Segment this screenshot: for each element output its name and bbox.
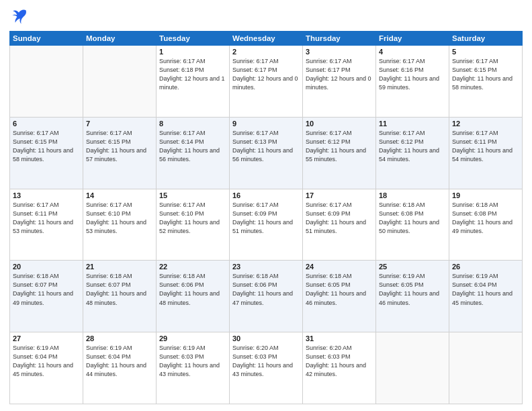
col-header-saturday: Saturday: [449, 32, 523, 46]
logo-bird-icon: [9, 7, 28, 26]
day-cell: 8Sunrise: 6:17 AMSunset: 6:14 PMDaylight…: [157, 117, 230, 189]
day-cell: 14Sunrise: 6:17 AMSunset: 6:10 PMDayligh…: [83, 189, 157, 261]
day-detail: Sunrise: 6:18 AMSunset: 6:07 PMDaylight:…: [86, 272, 153, 307]
col-header-monday: Monday: [83, 32, 157, 46]
day-detail: Sunrise: 6:20 AMSunset: 6:03 PMDaylight:…: [232, 344, 300, 379]
day-number: 7: [86, 120, 153, 128]
day-number: 22: [159, 263, 226, 271]
day-detail: Sunrise: 6:17 AMSunset: 6:13 PMDaylight:…: [232, 129, 300, 164]
page: SundayMondayTuesdayWednesdayThursdayFrid…: [0, 0, 532, 411]
day-number: 11: [379, 120, 446, 128]
day-detail: Sunrise: 6:19 AMSunset: 6:04 PMDaylight:…: [452, 272, 519, 307]
day-cell: 31Sunrise: 6:20 AMSunset: 6:03 PMDayligh…: [303, 332, 376, 404]
day-detail: Sunrise: 6:20 AMSunset: 6:03 PMDaylight:…: [306, 344, 373, 379]
day-number: 21: [86, 263, 153, 271]
day-cell: 12Sunrise: 6:17 AMSunset: 6:11 PMDayligh…: [449, 117, 523, 189]
day-number: 20: [13, 263, 80, 271]
day-cell: 21Sunrise: 6:18 AMSunset: 6:07 PMDayligh…: [83, 261, 157, 332]
day-number: 18: [379, 191, 446, 199]
day-detail: Sunrise: 6:17 AMSunset: 6:15 PMDaylight:…: [13, 129, 80, 164]
day-cell: 24Sunrise: 6:18 AMSunset: 6:05 PMDayligh…: [303, 261, 376, 332]
day-detail: Sunrise: 6:19 AMSunset: 6:04 PMDaylight:…: [13, 344, 80, 379]
week-row: 20Sunrise: 6:18 AMSunset: 6:07 PMDayligh…: [10, 261, 523, 332]
week-row: 13Sunrise: 6:17 AMSunset: 6:11 PMDayligh…: [10, 189, 523, 261]
day-cell: 17Sunrise: 6:17 AMSunset: 6:09 PMDayligh…: [303, 189, 376, 261]
day-cell: 11Sunrise: 6:17 AMSunset: 6:12 PMDayligh…: [376, 117, 449, 189]
day-number: 28: [86, 334, 153, 342]
day-number: 14: [86, 191, 153, 199]
day-number: 17: [306, 191, 373, 199]
day-detail: Sunrise: 6:17 AMSunset: 6:09 PMDaylight:…: [232, 201, 300, 236]
day-number: 12: [452, 120, 519, 128]
day-cell: [10, 46, 83, 118]
day-cell: 2Sunrise: 6:17 AMSunset: 6:17 PMDaylight…: [230, 46, 303, 118]
day-detail: Sunrise: 6:17 AMSunset: 6:09 PMDaylight:…: [306, 201, 373, 236]
day-number: 3: [306, 48, 373, 56]
day-number: 1: [159, 48, 226, 56]
day-cell: 25Sunrise: 6:19 AMSunset: 6:05 PMDayligh…: [376, 261, 449, 332]
day-detail: Sunrise: 6:17 AMSunset: 6:14 PMDaylight:…: [159, 129, 226, 164]
day-detail: Sunrise: 6:17 AMSunset: 6:12 PMDaylight:…: [306, 129, 373, 164]
day-number: 9: [232, 120, 300, 128]
day-cell: 29Sunrise: 6:19 AMSunset: 6:03 PMDayligh…: [157, 332, 230, 404]
day-detail: Sunrise: 6:18 AMSunset: 6:05 PMDaylight:…: [306, 272, 373, 307]
day-number: 25: [379, 263, 446, 271]
day-cell: 15Sunrise: 6:17 AMSunset: 6:10 PMDayligh…: [157, 189, 230, 261]
day-number: 8: [159, 120, 226, 128]
week-row: 27Sunrise: 6:19 AMSunset: 6:04 PMDayligh…: [10, 332, 523, 404]
day-detail: Sunrise: 6:18 AMSunset: 6:08 PMDaylight:…: [452, 201, 519, 236]
day-cell: 7Sunrise: 6:17 AMSunset: 6:15 PMDaylight…: [83, 117, 157, 189]
day-number: 19: [452, 191, 519, 199]
day-detail: Sunrise: 6:17 AMSunset: 6:10 PMDaylight:…: [86, 201, 153, 236]
day-number: 26: [452, 263, 519, 271]
day-detail: Sunrise: 6:18 AMSunset: 6:08 PMDaylight:…: [379, 201, 446, 236]
logo: [9, 7, 31, 26]
day-number: 23: [232, 263, 300, 271]
day-detail: Sunrise: 6:19 AMSunset: 6:04 PMDaylight:…: [86, 344, 153, 379]
day-cell: 9Sunrise: 6:17 AMSunset: 6:13 PMDaylight…: [230, 117, 303, 189]
day-number: 15: [159, 191, 226, 199]
day-detail: Sunrise: 6:17 AMSunset: 6:17 PMDaylight:…: [232, 57, 300, 92]
day-cell: 26Sunrise: 6:19 AMSunset: 6:04 PMDayligh…: [449, 261, 523, 332]
day-number: 30: [232, 334, 300, 342]
day-cell: 19Sunrise: 6:18 AMSunset: 6:08 PMDayligh…: [449, 189, 523, 261]
day-cell: 16Sunrise: 6:17 AMSunset: 6:09 PMDayligh…: [230, 189, 303, 261]
day-detail: Sunrise: 6:17 AMSunset: 6:10 PMDaylight:…: [159, 201, 226, 236]
calendar: SundayMondayTuesdayWednesdayThursdayFrid…: [9, 31, 523, 404]
col-header-tuesday: Tuesday: [157, 32, 230, 46]
day-detail: Sunrise: 6:18 AMSunset: 6:06 PMDaylight:…: [159, 272, 226, 307]
day-cell: 4Sunrise: 6:17 AMSunset: 6:16 PMDaylight…: [376, 46, 449, 118]
day-detail: Sunrise: 6:17 AMSunset: 6:15 PMDaylight:…: [86, 129, 153, 164]
day-cell: 18Sunrise: 6:18 AMSunset: 6:08 PMDayligh…: [376, 189, 449, 261]
day-cell: 28Sunrise: 6:19 AMSunset: 6:04 PMDayligh…: [83, 332, 157, 404]
day-detail: Sunrise: 6:18 AMSunset: 6:07 PMDaylight:…: [13, 272, 80, 307]
header: [9, 7, 523, 26]
day-number: 29: [159, 334, 226, 342]
day-number: 13: [13, 191, 80, 199]
day-detail: Sunrise: 6:17 AMSunset: 6:11 PMDaylight:…: [452, 129, 519, 164]
calendar-header-row: SundayMondayTuesdayWednesdayThursdayFrid…: [10, 32, 523, 46]
day-cell: 22Sunrise: 6:18 AMSunset: 6:06 PMDayligh…: [157, 261, 230, 332]
col-header-friday: Friday: [376, 32, 449, 46]
day-detail: Sunrise: 6:17 AMSunset: 6:17 PMDaylight:…: [306, 57, 373, 92]
day-cell: [83, 46, 157, 118]
col-header-sunday: Sunday: [10, 32, 83, 46]
day-cell: 6Sunrise: 6:17 AMSunset: 6:15 PMDaylight…: [10, 117, 83, 189]
day-detail: Sunrise: 6:17 AMSunset: 6:16 PMDaylight:…: [379, 57, 446, 92]
day-cell: 23Sunrise: 6:18 AMSunset: 6:06 PMDayligh…: [230, 261, 303, 332]
day-detail: Sunrise: 6:19 AMSunset: 6:05 PMDaylight:…: [379, 272, 446, 307]
day-number: 2: [232, 48, 300, 56]
day-cell: 10Sunrise: 6:17 AMSunset: 6:12 PMDayligh…: [303, 117, 376, 189]
day-cell: 1Sunrise: 6:17 AMSunset: 6:18 PMDaylight…: [157, 46, 230, 118]
day-cell: 5Sunrise: 6:17 AMSunset: 6:15 PMDaylight…: [449, 46, 523, 118]
week-row: 6Sunrise: 6:17 AMSunset: 6:15 PMDaylight…: [10, 117, 523, 189]
day-cell: [449, 332, 523, 404]
day-detail: Sunrise: 6:17 AMSunset: 6:11 PMDaylight:…: [13, 201, 80, 236]
day-cell: 13Sunrise: 6:17 AMSunset: 6:11 PMDayligh…: [10, 189, 83, 261]
day-detail: Sunrise: 6:18 AMSunset: 6:06 PMDaylight:…: [232, 272, 300, 307]
day-cell: [376, 332, 449, 404]
day-cell: 27Sunrise: 6:19 AMSunset: 6:04 PMDayligh…: [10, 332, 83, 404]
day-cell: 3Sunrise: 6:17 AMSunset: 6:17 PMDaylight…: [303, 46, 376, 118]
col-header-thursday: Thursday: [303, 32, 376, 46]
day-number: 6: [13, 120, 80, 128]
